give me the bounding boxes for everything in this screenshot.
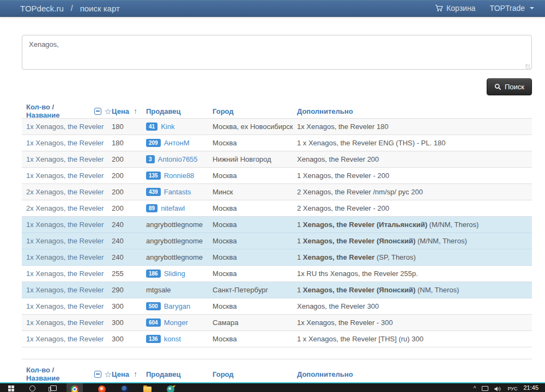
seller-count-badge: 135 [146,171,161,180]
brand-link[interactable]: TOPdeck.ru [20,4,64,13]
seller-count-badge: 136 [146,335,161,343]
seller-link[interactable]: Antonio7655 [158,155,198,163]
globe-game-icon[interactable] [167,385,174,392]
textarea-resize-grip[interactable] [525,64,530,69]
seller-link[interactable]: Sliding [164,270,185,278]
start-icon[interactable] [8,385,14,391]
card-name-link[interactable]: 1x Xenagos, the Reveler [26,318,104,327]
seller-count-badge: 89 [146,204,158,212]
table-row: 2x Xenagos, the Reveler 200 89nitefawl М… [22,200,532,217]
clock[interactable]: 21:45 [523,384,538,391]
table-row: 1x Xenagos, the Reveler 180 209АнтонМ Мо… [22,135,532,151]
seller-link[interactable]: Ronnie88 [164,171,195,180]
search-button[interactable]: Поиск [487,78,532,95]
card-name-link[interactable]: 1x Xenagos, the Reveler [26,139,104,147]
card-name-link[interactable]: 1x Xenagos, the Reveler [26,220,104,229]
column-header-price[interactable]: Цена [112,107,129,115]
card-name-link[interactable]: 1x Xenagos, the Reveler [26,253,104,261]
page-title: поиск карт [80,4,120,13]
star-outline-icon[interactable]: ☆ [105,370,112,378]
price-cell: 180 [112,139,124,147]
table-row: 1x Xenagos, the Reveler 300 500Barygan М… [22,298,532,315]
table-body: 1x Xenagos, the Reveler 180 41Kink Москв… [22,119,532,347]
extra-cell: Xenagos, the Reveler 300 [297,302,528,310]
tray-expand-icon[interactable]: ^ [474,385,476,391]
city-cell: Москва [213,270,237,278]
taskbar-search-icon[interactable] [29,385,35,391]
seller-link[interactable]: АнтонМ [164,139,190,147]
search-button-label: Поиск [505,83,524,91]
card-name-link[interactable]: 1x Xenagos, the Reveler [26,237,104,245]
price-cell: 290 [112,286,124,294]
seller-link[interactable]: Monger [164,318,188,327]
card-name-link[interactable]: 1x Xenagos, the Reveler [26,335,104,343]
minus-square-icon[interactable] [94,371,101,378]
extra-cell: 1x RU ths Xenagos, the Reveler 255р. [297,270,528,278]
card-name-link[interactable]: 1x Xenagos, the Reveler [26,171,104,180]
extra-cell: 2 Xenagos, the Reveler - 200 [297,204,528,212]
results-table: Кол-во / Название ☆ Цена ↑ Продавец Горо… [22,103,532,347]
city-cell: Москва [213,220,237,229]
seller-link[interactable]: konst [164,335,181,343]
windows-taskbar: ^ РУС 21:45 [0,382,545,392]
price-cell: 200 [112,155,124,163]
price-cell: 240 [112,253,124,261]
column-header-city: Город [213,370,234,378]
price-cell: 200 [112,204,124,212]
seller-link: angrybottlegnome [146,237,203,245]
city-cell: Москва [213,237,237,245]
display-tray-icon[interactable] [482,386,488,391]
star-outline-icon[interactable]: ☆ [105,107,112,115]
column-header-seller: Продавец [146,107,181,115]
price-cell: 200 [112,188,124,196]
chrome-icon [71,385,78,392]
city-cell: Москва [213,139,237,147]
blue-app-icon[interactable] [121,385,129,392]
file-explorer-icon[interactable] [143,387,152,392]
extra-cell: 1x Xenagos, the Reveler 180 [297,122,528,131]
card-name-link[interactable]: 1x Xenagos, the Reveler [26,155,104,163]
seller-count-badge: 41 [146,122,158,131]
card-name-link[interactable]: 1x Xenagos, the Reveler [26,286,104,294]
column-header-extra: Дополнительно [297,107,353,115]
price-cell: 240 [112,220,124,229]
sort-ascending-icon[interactable]: ↑ [134,370,137,378]
table-row: 1x Xenagos, the Reveler 240 angrybottleg… [22,233,532,249]
cart-menu-item[interactable]: Корзина [435,4,475,13]
column-header-name[interactable]: Кол-во / Название [26,366,89,382]
card-name-link[interactable]: 1x Xenagos, the Reveler [26,270,104,278]
card-name-link[interactable]: 1x Xenagos, the Reveler [26,302,104,310]
card-search-textarea[interactable]: Xenagos, [22,35,532,70]
seller-link[interactable]: nitefawl [161,204,185,212]
card-name-link[interactable]: 2x Xenagos, the Reveler [26,204,104,212]
sort-ascending-icon[interactable]: ↑ [134,107,137,115]
table-row: 1x Xenagos, the Reveler 300 604Monger Са… [22,315,532,331]
seller-link[interactable]: Kink [161,122,174,131]
column-header-seller: Продавец [146,370,181,378]
minus-square-icon[interactable] [94,108,101,115]
seller-link[interactable]: Fantasts [164,188,191,196]
toptrade-dropdown[interactable]: TOPTrade [489,4,534,13]
column-header-name[interactable]: Кол-во / Название [26,103,89,119]
card-name-link[interactable]: 1x Xenagos, the Reveler [26,122,104,131]
seller-link[interactable]: Barygan [164,302,190,310]
column-header-city: Город [213,107,234,115]
price-cell: 255 [112,270,124,278]
task-view-icon[interactable] [50,385,57,391]
chevron-down-icon [530,7,534,9]
red-browser-icon[interactable] [98,385,106,392]
price-cell: 200 [112,171,124,180]
volume-icon[interactable] [494,385,501,392]
extra-cell: 1 Xenagos, the Reveler (Японский) (NM, T… [297,286,528,294]
keyboard-language-indicator[interactable]: РУС [507,386,517,391]
chrome-active-tile[interactable] [66,383,83,392]
table-header-row: Кол-во / Название ☆ Цена ↑ Продавец Горо… [22,103,532,119]
price-cell: 300 [112,335,124,343]
table-row: 1x Xenagos, the Reveler 300 136konst Мос… [22,331,532,347]
table-row: 1x Xenagos, the Reveler 180 41Kink Москв… [22,119,532,135]
extra-cell: 2 Xenagos, the Reveler /nm/sp/ рус 200 [297,188,528,196]
card-name-link[interactable]: 2x Xenagos, the Reveler [26,188,104,196]
seller-link: angrybottlegnome [146,220,203,229]
city-cell: Москва, ex Новосибирск [213,122,293,131]
column-header-price[interactable]: Цена [112,370,129,378]
